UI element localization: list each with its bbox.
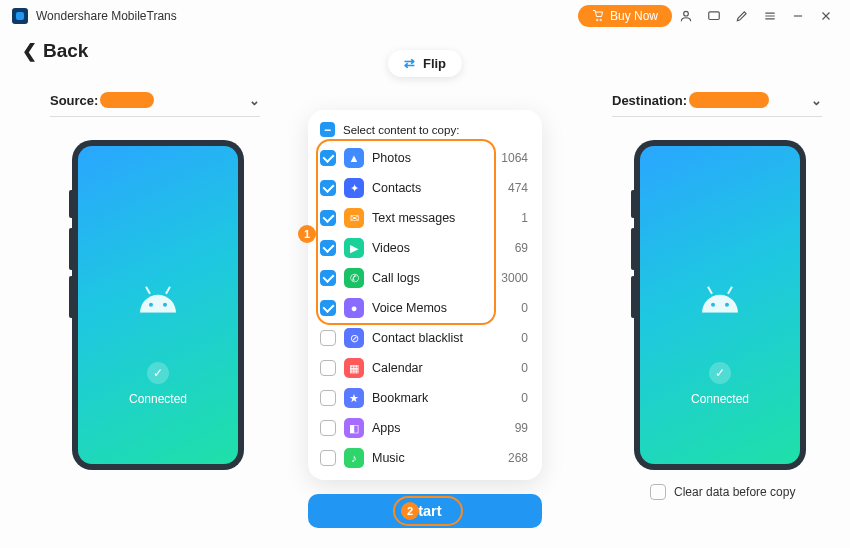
content-row-contact-blacklist[interactable]: ⊘Contact blacklist0 <box>320 323 534 353</box>
content-row-videos[interactable]: ▶Videos69 <box>320 233 534 263</box>
checkbox[interactable] <box>320 150 336 166</box>
category-icon: ▦ <box>344 358 364 378</box>
row-label: Apps <box>372 421 401 435</box>
row-count: 268 <box>508 451 534 465</box>
category-icon: ▲ <box>344 148 364 168</box>
menu-button[interactable] <box>756 2 784 30</box>
clear-data-option[interactable]: Clear data before copy <box>650 484 795 500</box>
svg-point-9 <box>725 303 729 307</box>
row-count: 474 <box>508 181 534 195</box>
content-row-music[interactable]: ♪Music268 <box>320 443 534 472</box>
category-icon: ♪ <box>344 448 364 468</box>
destination-device-name-redacted <box>689 92 769 108</box>
buy-now-button[interactable]: Buy Now <box>578 5 672 27</box>
svg-line-7 <box>728 287 732 294</box>
annotation-badge-2: 2 <box>401 502 419 520</box>
row-count: 1 <box>521 211 534 225</box>
content-row-voice-memos[interactable]: ●Voice Memos0 <box>320 293 534 323</box>
svg-point-4 <box>149 303 153 307</box>
category-icon: ● <box>344 298 364 318</box>
row-count: 1064 <box>501 151 534 165</box>
content-row-apps[interactable]: ◧Apps99 <box>320 413 534 443</box>
close-button[interactable] <box>812 2 840 30</box>
row-label: Videos <box>372 241 410 255</box>
content-row-calendar[interactable]: ▦Calendar0 <box>320 353 534 383</box>
content-list[interactable]: ▲Photos1064✦Contacts474✉Text messages1▶V… <box>320 143 538 472</box>
destination-label: Destination: <box>612 93 687 108</box>
checkbox[interactable] <box>320 330 336 346</box>
category-icon: ◧ <box>344 418 364 438</box>
user-icon <box>679 9 693 23</box>
content-row-photos[interactable]: ▲Photos1064 <box>320 143 534 173</box>
clear-data-label: Clear data before copy <box>674 485 795 499</box>
svg-line-6 <box>708 287 712 294</box>
checkbox[interactable] <box>320 420 336 436</box>
content-row-contacts[interactable]: ✦Contacts474 <box>320 173 534 203</box>
swap-icon: ⇄ <box>404 56 415 71</box>
app-title: Wondershare MobileTrans <box>36 9 177 23</box>
chevron-left-icon: ❮ <box>22 40 37 62</box>
row-count: 0 <box>521 301 534 315</box>
svg-line-2 <box>146 287 150 294</box>
row-label: Photos <box>372 151 411 165</box>
android-icon <box>136 285 180 313</box>
back-label: Back <box>43 40 88 62</box>
chevron-down-icon: ⌄ <box>811 93 822 108</box>
checkbox[interactable] <box>320 450 336 466</box>
svg-point-0 <box>684 11 689 16</box>
account-button[interactable] <box>672 2 700 30</box>
destination-device-selector[interactable]: Destination: ⌄ <box>612 92 822 117</box>
source-device-selector[interactable]: Source: ⌄ <box>50 92 260 117</box>
content-row-call-logs[interactable]: ✆Call logs3000 <box>320 263 534 293</box>
annotation-badge-1: 1 <box>298 225 316 243</box>
row-label: Text messages <box>372 211 455 225</box>
svg-rect-1 <box>709 12 720 20</box>
row-count: 0 <box>521 331 534 345</box>
row-label: Contact blacklist <box>372 331 463 345</box>
clear-data-checkbox[interactable] <box>650 484 666 500</box>
row-label: Contacts <box>372 181 421 195</box>
source-label: Source: <box>50 93 98 108</box>
connected-check-icon: ✓ <box>147 362 169 384</box>
svg-point-5 <box>163 303 167 307</box>
android-icon <box>698 285 742 313</box>
checkbox[interactable] <box>320 270 336 286</box>
flip-label: Flip <box>423 56 446 71</box>
row-count: 0 <box>521 391 534 405</box>
row-count: 0 <box>521 361 534 375</box>
content-row-bookmark[interactable]: ★Bookmark0 <box>320 383 534 413</box>
chevron-down-icon: ⌄ <box>249 93 260 108</box>
content-panel: Select content to copy: ▲Photos1064✦Cont… <box>308 110 542 480</box>
edit-button[interactable] <box>728 2 756 30</box>
checkbox[interactable] <box>320 300 336 316</box>
row-label: Calendar <box>372 361 423 375</box>
flip-button[interactable]: ⇄ Flip <box>388 50 462 77</box>
minimize-button[interactable] <box>784 2 812 30</box>
checkbox[interactable] <box>320 210 336 226</box>
row-label: Bookmark <box>372 391 428 405</box>
title-bar: Wondershare MobileTrans Buy Now <box>0 0 850 32</box>
checkbox[interactable] <box>320 180 336 196</box>
destination-status: Connected <box>691 392 749 406</box>
close-icon <box>819 9 833 23</box>
select-all-checkbox[interactable] <box>320 122 335 137</box>
content-row-text-messages[interactable]: ✉Text messages1 <box>320 203 534 233</box>
source-phone: ✓ Connected <box>72 140 244 470</box>
pencil-icon <box>735 9 749 23</box>
checkbox[interactable] <box>320 360 336 376</box>
category-icon: ✉ <box>344 208 364 228</box>
start-button[interactable]: Start <box>308 494 542 528</box>
row-count: 99 <box>515 421 534 435</box>
row-label: Music <box>372 451 405 465</box>
menu-icon <box>763 9 777 23</box>
minimize-icon <box>791 9 805 23</box>
back-button[interactable]: ❮ Back <box>22 40 88 62</box>
row-label: Voice Memos <box>372 301 447 315</box>
checkbox[interactable] <box>320 390 336 406</box>
panel-header: Select content to copy: <box>343 124 459 136</box>
category-icon: ✆ <box>344 268 364 288</box>
category-icon: ⊘ <box>344 328 364 348</box>
connected-check-icon: ✓ <box>709 362 731 384</box>
message-button[interactable] <box>700 2 728 30</box>
checkbox[interactable] <box>320 240 336 256</box>
